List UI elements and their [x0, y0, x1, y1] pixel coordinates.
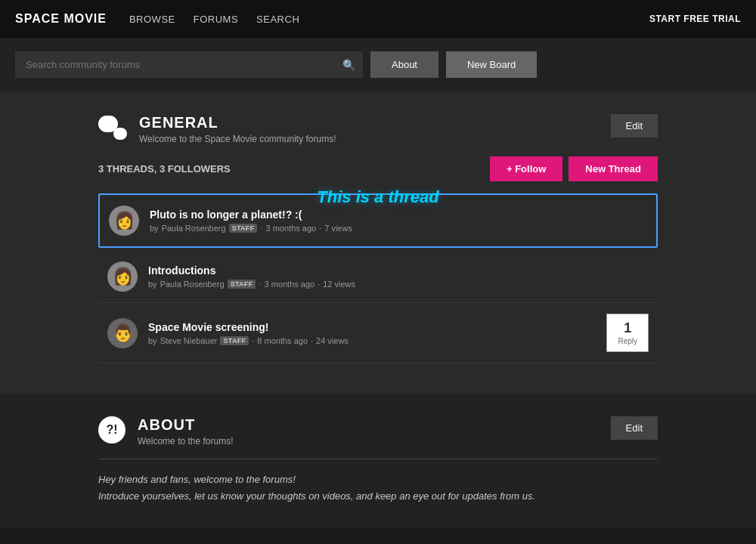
actions-wrap: + Follow New Thread: [490, 156, 658, 181]
table-row[interactable]: 👩 Introductions by Paula Rosenberg STAFF…: [98, 251, 658, 303]
edit-about-button[interactable]: Edit: [611, 416, 658, 440]
about-body: Hey friends and fans, welcome to the for…: [98, 471, 658, 505]
avatar: 👨: [107, 318, 138, 348]
thread-stats: 3 THREADS, 3 FOLLOWERS: [98, 163, 231, 175]
board-title-wrap: GENERAL Welcome to the Space Movie commu…: [139, 114, 611, 144]
edit-board-button[interactable]: Edit: [611, 114, 658, 138]
about-subtitle: Welcome to the forums!: [138, 436, 611, 447]
main-content: GENERAL Welcome to the Space Movie commu…: [0, 91, 756, 394]
thread-views-separator: ·: [318, 280, 320, 289]
about-button[interactable]: About: [370, 51, 438, 78]
nav-search[interactable]: SEARCH: [256, 14, 299, 25]
thread-info: Pluto is no longer a planet!? :( by Paul…: [150, 209, 647, 233]
thread-title: Space Movie screening!: [148, 321, 606, 333]
thread-title: Pluto is no longer a planet!? :(: [150, 209, 647, 221]
nav-browse[interactable]: BROWSE: [129, 14, 175, 25]
follow-button[interactable]: + Follow: [490, 156, 562, 181]
thread-separator: ·: [259, 280, 261, 289]
thread-meta: by Paula Rosenberg STAFF · 3 months ago …: [150, 224, 647, 233]
thread-info: Introductions by Paula Rosenberg STAFF ·…: [148, 264, 649, 289]
thread-views: 24 views: [316, 336, 349, 345]
staff-badge: STAFF: [228, 280, 256, 289]
about-header: ?! ABOUT Welcome to the forums! Edit: [98, 416, 658, 447]
avatar: 👩: [109, 206, 139, 236]
about-body-line2: Introduce yourselves, let us know your t…: [98, 488, 658, 505]
thread-list: 👩 Pluto is no longer a planet!? :( by Pa…: [98, 193, 658, 363]
thread-author: Paula Rosenberg: [160, 280, 225, 289]
thread-separator: ·: [260, 224, 262, 233]
bubble-small: [113, 128, 127, 140]
search-section: 🔍 About New Board: [0, 38, 756, 91]
board-header: GENERAL Welcome to the Space Movie commu…: [98, 114, 658, 144]
nav-forums[interactable]: FORUMS: [194, 14, 238, 25]
thread-author: Paula Rosenberg: [162, 224, 226, 233]
search-wrap: 🔍: [15, 51, 363, 78]
thread-info: Space Movie screening! by Steve Niebauer…: [148, 321, 606, 345]
thread-meta: by Paula Rosenberg STAFF · 3 months ago …: [148, 280, 649, 289]
new-board-button[interactable]: New Board: [446, 51, 537, 78]
search-input[interactable]: [15, 51, 363, 78]
navigation: SPACE MOVIE BROWSE FORUMS SEARCH START F…: [0, 0, 756, 38]
thread-tooltip: This is a thread: [317, 187, 438, 207]
thread-views-separator: ·: [319, 224, 321, 233]
thread-author-prefix: by: [150, 224, 159, 233]
avatar: 👩: [107, 261, 138, 292]
site-logo: SPACE MOVIE: [15, 12, 107, 26]
about-title: ABOUT: [138, 416, 611, 434]
thread-title: Introductions: [148, 264, 649, 277]
start-free-trial-button[interactable]: START FREE TRIAL: [649, 14, 741, 24]
nav-links: BROWSE FORUMS SEARCH: [129, 14, 649, 25]
new-thread-button[interactable]: New Thread: [569, 156, 658, 181]
search-icon[interactable]: 🔍: [342, 59, 355, 71]
staff-badge: STAFF: [229, 224, 258, 233]
table-row[interactable]: 👨 Space Movie screening! by Steve Niebau…: [98, 303, 658, 363]
board-icon: [98, 116, 127, 140]
thread-meta: by Steve Niebauer STAFF · 8 months ago ·…: [148, 336, 606, 345]
thread-author-prefix: by: [148, 280, 157, 289]
board-title: GENERAL: [139, 114, 611, 131]
thread-views: 7 views: [324, 224, 352, 233]
thread-author-prefix: by: [148, 336, 157, 345]
reply-badge[interactable]: 1 Reply: [606, 314, 649, 352]
chat-bubbles-icon: [98, 116, 127, 140]
about-body-line1: Hey friends and fans, welcome to the for…: [98, 471, 658, 488]
thread-views-separator: ·: [311, 336, 313, 345]
thread-author: Steve Niebauer: [160, 336, 218, 345]
thread-time: 8 months ago: [257, 336, 308, 345]
reply-label: Reply: [618, 337, 637, 345]
board-subtitle: Welcome to the Space Movie community for…: [139, 134, 611, 144]
reply-count: 1: [618, 320, 637, 336]
staff-badge: STAFF: [220, 336, 249, 345]
about-section: ?! ABOUT Welcome to the forums! Edit Hey…: [0, 394, 756, 527]
about-icon: ?!: [98, 416, 125, 444]
about-divider: [98, 459, 658, 459]
thread-views: 12 views: [323, 280, 355, 289]
thread-separator: ·: [252, 336, 254, 345]
table-row[interactable]: 👩 Pluto is no longer a planet!? :( by Pa…: [98, 193, 658, 248]
thread-time: 3 months ago: [266, 224, 317, 233]
thread-time: 3 months ago: [265, 280, 315, 289]
stats-actions: 3 THREADS, 3 FOLLOWERS + Follow New Thre…: [98, 156, 658, 181]
about-title-wrap: ABOUT Welcome to the forums!: [138, 416, 611, 447]
